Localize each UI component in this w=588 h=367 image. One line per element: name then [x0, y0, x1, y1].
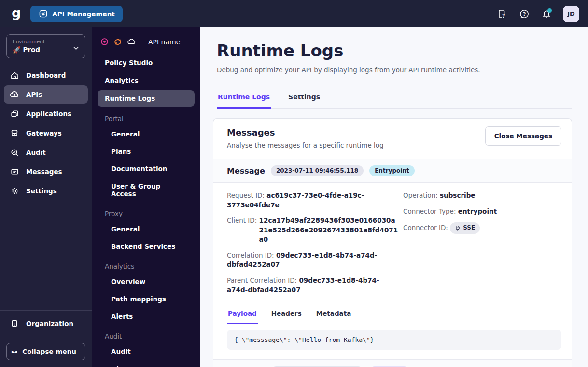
audit-search-icon	[10, 148, 19, 157]
product-label: API Management	[52, 10, 114, 18]
sidebar-bottom: Organization ▶◀ Collapse menu	[0, 310, 92, 367]
section-label-proxy: Proxy	[98, 203, 195, 220]
field-label: Client ID:	[227, 217, 257, 224]
field-label: Correlation ID:	[227, 251, 274, 259]
divider	[142, 38, 142, 46]
message-details: Request ID: ac619c37-73e0-4fde-a19c-3773…	[213, 183, 572, 303]
sidebar-item-label: APIs	[26, 91, 42, 98]
tab-headers[interactable]: Headers	[270, 306, 303, 324]
sync-state-icon	[113, 38, 122, 46]
api-menu-audit-history[interactable]: History	[98, 361, 195, 367]
gear-icon	[38, 9, 48, 19]
close-messages-button[interactable]: Close Messages	[485, 126, 561, 146]
sidebar-item-label: Messages	[26, 168, 62, 176]
sidebar-item-label: Audit	[26, 149, 46, 156]
message-details-left: Request ID: ac619c37-73e0-4fde-a19c-3773…	[227, 191, 398, 301]
sidebar-item-applications[interactable]: Applications	[4, 105, 88, 123]
plug-icon	[455, 225, 461, 231]
sidebar-item-label: Settings	[26, 187, 57, 195]
applications-icon	[10, 109, 19, 119]
api-header: API name	[98, 37, 195, 53]
section-label-audit: Audit	[98, 326, 195, 342]
menu-label: Documentation	[111, 165, 167, 173]
topbar: g API Management ?	[0, 0, 588, 27]
topbar-actions: ? ? JD	[496, 6, 579, 22]
help-icon[interactable]: ?	[518, 8, 530, 20]
sidebar-item-label: Gateways	[26, 129, 62, 137]
api-menu-proxy-general[interactable]: General	[98, 221, 195, 237]
menu-label: Plans	[111, 148, 131, 155]
chevron-down-icon	[73, 45, 79, 51]
sidebar-item-apis[interactable]: APIs	[4, 85, 88, 104]
user-avatar[interactable]: JD	[563, 6, 579, 22]
api-name: API name	[148, 38, 180, 46]
field-label: Request ID:	[227, 191, 265, 199]
api-management-button[interactable]: API Management	[30, 6, 122, 22]
field-label: Connector ID:	[403, 224, 448, 231]
field-connector-type: Connector Type: entrypoint	[403, 207, 558, 217]
api-menu-portal-plans[interactable]: Plans	[98, 143, 195, 160]
api-menu-analytics-overview[interactable]: Overview	[98, 273, 195, 290]
sidebar-item-settings[interactable]: Settings	[4, 182, 88, 200]
field-parent-correlation-id: Parent Correlation ID: 09dec733-e1d8-4b7…	[227, 276, 398, 295]
sidebar-item-gateways[interactable]: Gateways	[4, 124, 88, 142]
menu-label: Alerts	[111, 313, 133, 320]
field-value: 12ca17b49af2289436f303e0166030a21e525d26…	[259, 216, 398, 245]
api-menu-portal-documentation[interactable]: Documentation	[98, 161, 195, 177]
sidebar-item-label: Organization	[26, 320, 73, 327]
message-heading: Message	[227, 166, 265, 176]
menu-label: Policy Studio	[105, 59, 153, 67]
environment-label: Environment	[13, 39, 79, 44]
payload-tabs: Payload Headers Metadata	[227, 306, 558, 324]
sidebar-item-organization[interactable]: Organization	[4, 314, 88, 333]
api-menu-analytics[interactable]: Analytics	[98, 72, 195, 89]
api-menu-proxy-backend-services[interactable]: Backend Services	[98, 238, 195, 255]
tab-runtime-logs[interactable]: Runtime Logs	[217, 88, 271, 109]
message-header: Message 2023-07-11 09:46:55.118 Entrypoi…	[213, 159, 572, 183]
timestamp-badge: 2023-07-11 09:46:55.118	[271, 165, 364, 176]
api-menu-portal-user-group-access[interactable]: User & Group Access	[98, 178, 195, 202]
sidebar-item-label: Dashboard	[26, 71, 66, 79]
api-menu-runtime-logs[interactable]: Runtime Logs	[98, 90, 195, 107]
field-operation: Operation: subscribe	[403, 191, 558, 201]
cloud-upload-icon	[10, 90, 19, 99]
api-menu-audit-audit[interactable]: Audit	[98, 343, 195, 360]
menu-label: History	[111, 365, 138, 367]
api-menu-policy-studio[interactable]: Policy Studio	[98, 54, 195, 71]
sidebar-item-messages[interactable]: Messages	[4, 163, 88, 181]
main-tabs: Runtime Logs Settings	[217, 88, 572, 109]
field-value: subscribe	[440, 191, 475, 199]
connector-chip: SSE	[450, 222, 480, 233]
collapse-menu-label: Collapse menu	[22, 348, 76, 355]
message-icon	[10, 167, 19, 177]
collapse-menu-button[interactable]: ▶◀ Collapse menu	[6, 343, 85, 360]
cloud-state-icon	[127, 37, 136, 46]
page-subtitle: Debug and optimize your API by displayin…	[217, 66, 572, 74]
tab-metadata[interactable]: Metadata	[315, 306, 352, 324]
notifications-bell-icon[interactable]	[541, 8, 552, 20]
organization-building-icon	[10, 319, 19, 328]
message-details-right: Operation: subscribe Connector Type: ent…	[403, 191, 558, 301]
environment-value: 🚀 Prod	[13, 46, 79, 54]
menu-label: Audit	[111, 348, 131, 355]
home-icon	[10, 70, 19, 80]
api-menu-portal-general[interactable]: General	[98, 126, 195, 142]
section-label-analytics: Analytics	[98, 256, 195, 272]
docs-icon[interactable]: ?	[496, 8, 508, 20]
tab-payload[interactable]: Payload	[227, 306, 258, 324]
api-menu-analytics-path-mappings[interactable]: Path mappings	[98, 291, 195, 307]
entrypoint-badge: Entrypoint	[369, 165, 414, 176]
primary-sidebar: Environment 🚀 Prod Dashboard AP	[0, 27, 92, 367]
notification-dot	[547, 8, 552, 13]
api-sidebar: API name Policy Studio Analytics Runtime…	[92, 27, 200, 367]
sidebar-item-dashboard[interactable]: Dashboard	[4, 66, 88, 84]
field-label: Connector Type:	[403, 207, 456, 215]
sidebar-item-audit[interactable]: Audit	[4, 143, 88, 162]
svg-text:?: ?	[523, 11, 526, 17]
tab-settings[interactable]: Settings	[287, 88, 321, 109]
environment-selector[interactable]: Environment 🚀 Prod	[6, 34, 85, 58]
message-header: Message 2023-07-11 09:46:55.118 Endpoint	[213, 359, 572, 367]
field-request-id: Request ID: ac619c37-73e0-4fde-a19c-3773…	[227, 191, 398, 210]
api-menu-analytics-alerts[interactable]: Alerts	[98, 308, 195, 325]
sidebar-item-label: Applications	[26, 110, 71, 118]
